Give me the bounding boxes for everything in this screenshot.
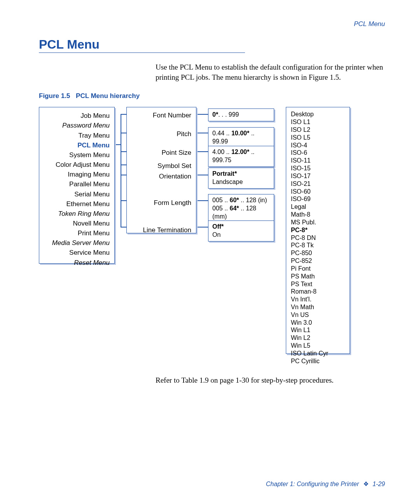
connector-line [121, 227, 126, 228]
connector-line [196, 151, 208, 152]
menu-item: PCL Menu [42, 140, 110, 150]
symbol-set-item: ISO-15 [291, 164, 346, 172]
value-point-size: 4.00 .. 12.00* .. 999.75 [208, 146, 274, 167]
symbol-set-item: ISO-69 [291, 195, 346, 203]
title-rule [39, 52, 245, 53]
settings-box: Font Number Pitch Point Size Symbol Set … [126, 107, 196, 233]
connector-line [196, 114, 208, 115]
connector-line [121, 164, 126, 165]
menu-item: Print Menu [42, 228, 110, 238]
connector-line [196, 227, 208, 228]
setting-pitch: Pitch [130, 130, 191, 139]
symbol-set-item: Legal [291, 203, 346, 211]
symbol-set-item: ISO-60 [291, 188, 346, 196]
figure-label: Figure 1.5 [39, 92, 70, 100]
connector-line [121, 200, 126, 201]
document-page: PCL Menu PCL Menu Use the PCL Menu to es… [0, 0, 420, 504]
main-menu-box: Job MenuPassword MenuTray MenuPCL MenuSy… [39, 107, 115, 264]
symbol-set-item: Vn Int'l. [291, 296, 346, 303]
menu-item: Tray Menu [42, 131, 110, 140]
connector-line [196, 175, 208, 175]
diamond-icon: ❖ [363, 481, 369, 487]
footer-chapter: Chapter 1: Configuring the Printer [266, 481, 359, 487]
symbol-set-item: Vn Math [291, 303, 346, 311]
menu-item: Job Menu [42, 111, 110, 121]
connector-line [121, 133, 126, 133]
symbol-set-item: Roman-8 [291, 288, 346, 296]
symbol-set-item: ISO-4 [291, 142, 346, 149]
figure-title: PCL Menu hierarchy [76, 92, 140, 100]
figure-caption: Figure 1.5 PCL Menu hierarchy [39, 92, 389, 100]
setting-point-size: Point Size [130, 148, 191, 158]
symbol-set-item: PS Text [291, 280, 346, 288]
symbol-set-item: ISO Latin Cyr [291, 350, 346, 357]
symbol-set-item: PC Cyrillic [291, 357, 346, 365]
menu-item: Media Server Menu [42, 238, 110, 248]
symbol-set-item: PC-8 Tk [291, 242, 346, 249]
symbol-set-item: PC-8 DN [291, 234, 346, 242]
symbol-set-item: Math-8 [291, 211, 346, 219]
symbol-set-item: MS Publ. [291, 219, 346, 226]
symbol-set-item: PC-8* [291, 226, 346, 234]
value-orientation: Portrait* Landscape [208, 168, 274, 189]
intro-paragraph: Use the PCL Menu to establish the defaul… [156, 62, 389, 82]
connector-line [121, 151, 126, 152]
value-pitch: 0.44 .. 10.00* .. 99.99 [208, 127, 274, 148]
menu-item: Reset Menu [42, 258, 110, 268]
setting-symbol-set: Symbol Set [130, 161, 191, 171]
symbol-set-item: ISO L2 [291, 126, 346, 134]
page-footer: Chapter 1: Configuring the Printer ❖ 1-2… [266, 480, 385, 488]
menu-item: Service Menu [42, 248, 110, 257]
running-header: PCL Menu [354, 20, 385, 28]
symbol-set-item: Win L1 [291, 326, 346, 334]
setting-form-length: Form Length [130, 198, 191, 208]
symbol-set-item: Win L5 [291, 342, 346, 350]
menu-item: Password Menu [42, 121, 110, 130]
connector-line [115, 144, 121, 145]
symbol-set-item: PC-850 [291, 249, 346, 257]
symbol-set-item: Pi Font [291, 265, 346, 273]
connector-line [121, 114, 121, 227]
menu-item: Imaging Menu [42, 170, 110, 179]
connector-line [121, 175, 126, 175]
setting-orientation: Orientation [130, 172, 191, 181]
menu-item: Color Adjust Menu [42, 160, 110, 170]
menu-item: Serial Menu [42, 189, 110, 199]
symbol-set-item: Desktop [291, 110, 346, 118]
hierarchy-diagram: Job MenuPassword MenuTray MenuPCL MenuSy… [39, 107, 389, 375]
menu-item: Novell Menu [42, 219, 110, 228]
symbol-set-item: PS Math [291, 273, 346, 280]
value-form-length: 005 .. 60* .. 128 (in) 005 .. 64* .. 128… [208, 194, 274, 223]
menu-item: Token Ring Menu [42, 209, 110, 219]
connector-line [196, 200, 208, 201]
page-title: PCL Menu [39, 37, 389, 52]
menu-item: Parallel Menu [42, 179, 110, 189]
symbol-set-item: PC-852 [291, 257, 346, 265]
symbol-set-item: Win 3.0 [291, 319, 346, 327]
symbol-set-item: Vn US [291, 311, 346, 319]
setting-line-termination: Line Termination [130, 226, 191, 235]
menu-item: System Menu [42, 150, 110, 160]
symbol-set-item: ISO-6 [291, 149, 346, 157]
menu-item: Ethernet Menu [42, 199, 110, 209]
connector-line [121, 114, 126, 115]
connector-line [196, 133, 208, 133]
symbol-set-item: ISO L5 [291, 134, 346, 142]
footer-page: 1-29 [373, 481, 385, 487]
value-line-termination: Off* On [208, 220, 274, 242]
symbol-set-box: DesktopISO L1ISO L2ISO L5ISO-4ISO-6ISO-1… [286, 107, 350, 354]
symbol-set-item: ISO-17 [291, 172, 346, 180]
symbol-set-item: ISO-21 [291, 180, 346, 188]
symbol-set-item: ISO-11 [291, 157, 346, 164]
setting-font-number: Font Number [130, 111, 191, 120]
symbol-set-item: Win L2 [291, 334, 346, 342]
value-font-number: 0*. . . 999 [208, 108, 274, 121]
symbol-set-item: ISO L1 [291, 118, 346, 126]
closing-paragraph: Refer to Table 1.9 on page 1-30 for step… [156, 375, 389, 385]
